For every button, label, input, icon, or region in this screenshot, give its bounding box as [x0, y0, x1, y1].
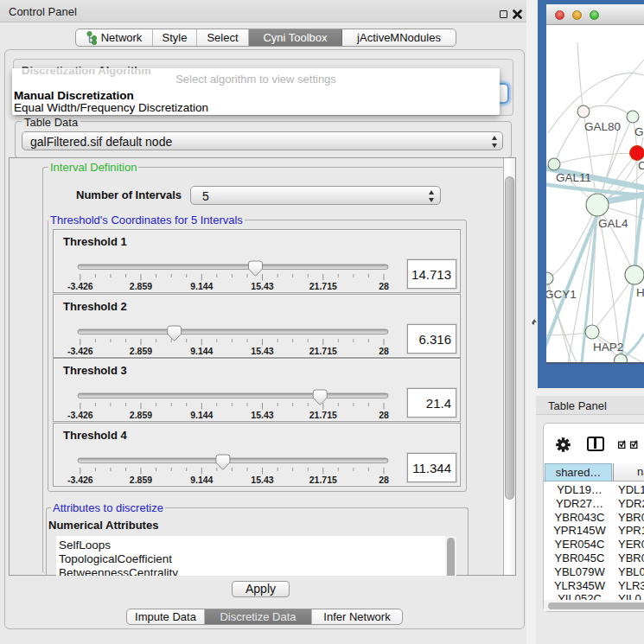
svg-text:H: H [636, 286, 644, 299]
svg-text:15.43: 15.43 [251, 475, 273, 485]
svg-text:2.859: 2.859 [130, 346, 152, 356]
svg-text:21.715: 21.715 [309, 346, 337, 356]
svg-text:21.715: 21.715 [309, 281, 337, 291]
svg-text:-3.426: -3.426 [67, 346, 93, 356]
svg-text:-3.426: -3.426 [67, 281, 93, 291]
svg-text:G: G [634, 125, 644, 138]
svg-text:28: 28 [379, 410, 389, 420]
svg-text:C: C [638, 159, 644, 172]
svg-text:21.715: 21.715 [309, 410, 337, 420]
svg-text:9.144: 9.144 [190, 346, 213, 356]
svg-text:9.144: 9.144 [190, 410, 213, 420]
svg-text:-3.426: -3.426 [67, 475, 93, 485]
svg-text:28: 28 [379, 475, 389, 485]
svg-text:15.43: 15.43 [251, 281, 273, 291]
svg-text:15.43: 15.43 [251, 346, 273, 356]
svg-text:GAL80: GAL80 [584, 120, 621, 133]
svg-text:GCY1: GCY1 [546, 288, 577, 301]
svg-text:28: 28 [379, 281, 389, 291]
svg-text:9.144: 9.144 [190, 475, 213, 485]
svg-text:HAP2: HAP2 [593, 341, 623, 354]
svg-text:15.43: 15.43 [251, 410, 273, 420]
svg-text:2.859: 2.859 [130, 475, 152, 485]
svg-text:GAL4: GAL4 [598, 217, 628, 230]
svg-text:GAL11: GAL11 [556, 171, 591, 184]
svg-text:-3.426: -3.426 [67, 410, 93, 420]
svg-text:2.859: 2.859 [130, 281, 152, 291]
svg-text:9.144: 9.144 [190, 281, 213, 291]
svg-text:21.715: 21.715 [309, 475, 337, 485]
svg-text:28: 28 [379, 346, 389, 356]
svg-text:2.859: 2.859 [130, 410, 152, 420]
